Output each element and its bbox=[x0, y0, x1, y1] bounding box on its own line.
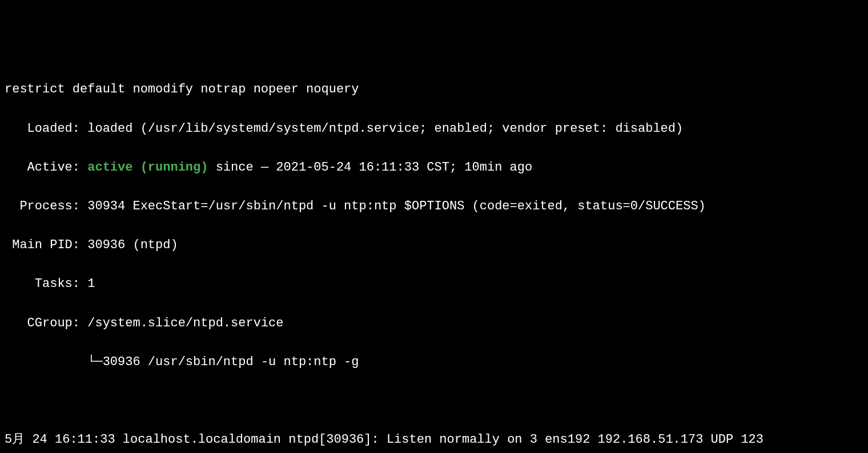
cgroup-label: CGroup: bbox=[5, 316, 80, 330]
cgroup-child-line: └─30936 /usr/sbin/ntpd -u ntp:ntp -g bbox=[5, 353, 863, 372]
mainpid-line: Main PID: 30936 (ntpd) bbox=[5, 236, 863, 255]
active-status: active (running) bbox=[80, 160, 208, 175]
mainpid-label: Main PID: bbox=[5, 238, 80, 252]
tasks-label: Tasks: bbox=[5, 277, 80, 291]
mainpid-value: 30936 (ntpd) bbox=[80, 238, 178, 252]
active-since: since — 2021-05-24 16:11:33 CST; 10min a… bbox=[208, 160, 532, 175]
active-line: Active: active (running) since — 2021-05… bbox=[5, 158, 863, 177]
loaded-line: Loaded: loaded (/usr/lib/systemd/system/… bbox=[5, 119, 863, 139]
cgroup-line: CGroup: /system.slice/ntpd.service bbox=[5, 314, 863, 333]
process-label: Process: bbox=[5, 199, 80, 213]
blank-line bbox=[5, 391, 863, 411]
loaded-label: Loaded: bbox=[5, 122, 80, 136]
tasks-value: 1 bbox=[80, 277, 95, 291]
process-line: Process: 30934 ExecStart=/usr/sbin/ntpd … bbox=[5, 197, 863, 216]
active-label: Active: bbox=[5, 160, 80, 175]
loaded-value: loaded (/usr/lib/systemd/system/ntpd.ser… bbox=[80, 122, 683, 136]
tasks-line: Tasks: 1 bbox=[5, 274, 863, 294]
log-line-1: 5月 24 16:11:33 localhost.localdomain ntp… bbox=[5, 430, 863, 450]
restrict-line: restrict default nomodify notrap nopeer … bbox=[5, 80, 863, 99]
process-value: 30934 ExecStart=/usr/sbin/ntpd -u ntp:nt… bbox=[80, 199, 706, 213]
cgroup-value: /system.slice/ntpd.service bbox=[80, 316, 283, 330]
